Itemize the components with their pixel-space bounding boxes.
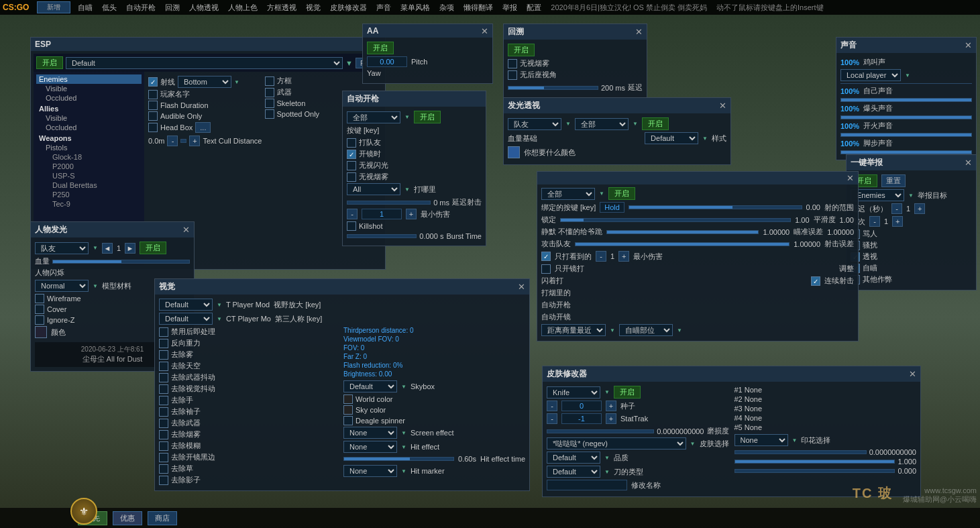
menu-char-esp[interactable]: 人物透视	[187, 3, 221, 13]
charglow-team-select[interactable]: 队友	[35, 242, 89, 254]
skin-knife-type-select[interactable]: Default	[547, 466, 600, 478]
charglow-minus[interactable]: ◄	[102, 243, 113, 254]
af-dmg-plus[interactable]: +	[406, 209, 417, 219]
discount-btn[interactable]: 优惠	[113, 511, 142, 525]
huisu-toggle[interactable]: 开启	[508, 44, 535, 56]
cull-slider[interactable]	[180, 139, 186, 143]
no-grass-chk[interactable]	[159, 464, 168, 474]
vision-default-ct-select[interactable]: Default	[159, 313, 213, 325]
skin-val2-slider[interactable]	[734, 460, 895, 464]
aim-silent-slider[interactable]	[606, 230, 759, 234]
sound-vol2-slider[interactable]	[840, 98, 972, 102]
aim-continuous-chk[interactable]	[811, 276, 820, 286]
menu-lazy[interactable]: 懒得翻译	[461, 3, 495, 13]
sound-player-select[interactable]: Local player	[840, 69, 901, 81]
charglow-hp-slider[interactable]	[52, 260, 190, 264]
huisu-delay-slider[interactable]	[508, 86, 598, 90]
report-close[interactable]: ✕	[965, 158, 972, 167]
tree-enemies-visible[interactable]: Visible	[36, 84, 142, 93]
menu-misc[interactable]: 杂项	[437, 3, 456, 13]
report-reset[interactable]: 重置	[881, 174, 906, 187]
cull-minus[interactable]: -	[167, 136, 178, 146]
aa-close[interactable]: ✕	[481, 27, 488, 36]
skin-toggle[interactable]: 开启	[614, 386, 641, 399]
tree-glock18[interactable]: Glock-18	[36, 152, 142, 162]
aim-scoped-chk[interactable]	[541, 264, 551, 274]
aa-pitch-input[interactable]	[367, 56, 407, 67]
autofire-all-select[interactable]: 全部	[347, 111, 400, 123]
sound-close[interactable]: ✕	[965, 41, 972, 50]
esp-panel-header[interactable]: ESP ✕	[31, 38, 385, 51]
tree-enemies-occluded[interactable]: Occluded	[36, 93, 142, 103]
glow-team-select[interactable]: 队友	[508, 118, 561, 130]
report-times-minus[interactable]: -	[869, 216, 880, 227]
menu-ditou[interactable]: 低头	[100, 3, 119, 13]
no-sleeve-chk[interactable]	[159, 407, 168, 417]
hit-ally-chk[interactable]	[347, 138, 356, 148]
menu-huisu[interactable]: 回溯	[163, 3, 182, 13]
headbox-extra-btn[interactable]: ...	[195, 122, 211, 133]
tree-pistols[interactable]: Pistols	[36, 143, 142, 152]
tree-allies-occluded[interactable]: Occluded	[36, 123, 142, 132]
glow-all-select[interactable]: 全部	[575, 118, 629, 130]
skin-sticker-float-slider[interactable]	[734, 450, 867, 454]
disable-post-chk[interactable]	[159, 327, 168, 337]
sound-header[interactable]: 声音 ✕	[836, 38, 976, 53]
aim-attack-ally-slider[interactable]	[575, 242, 790, 246]
menu-box-esp[interactable]: 方框透视	[265, 3, 298, 13]
tree-p2000[interactable]: P2000	[36, 162, 142, 171]
autofire-toggle[interactable]: 开启	[414, 111, 441, 123]
vision-close[interactable]: ✕	[518, 282, 525, 291]
aim-lock-slider[interactable]	[560, 218, 791, 222]
headbox-chk[interactable]	[148, 123, 158, 132]
skin-close[interactable]: ✕	[909, 370, 916, 378]
no-blur-chk[interactable]	[159, 441, 168, 451]
aa-header[interactable]: AA ✕	[363, 24, 492, 38]
reverse-gravity-chk[interactable]	[159, 339, 168, 348]
skin-seed-input[interactable]	[561, 401, 602, 411]
weapon-chk[interactable]	[265, 88, 274, 97]
no-weapon-chk[interactable]	[159, 419, 168, 428]
aim-bind-slider[interactable]	[629, 205, 802, 209]
autofire-burst-slider[interactable]	[347, 234, 417, 238]
report-enemies-select[interactable]: Enemies	[851, 189, 904, 201]
tree-tec9[interactable]: Tec-9	[36, 199, 142, 209]
menu-vision[interactable]: 视觉	[304, 3, 323, 13]
flash-dur-chk[interactable]	[148, 101, 158, 110]
glow-header[interactable]: 发光透视 ✕	[504, 98, 730, 113]
af-dmg-input[interactable]	[362, 209, 402, 219]
glow-close[interactable]: ✕	[719, 101, 726, 110]
no-back-view-chk[interactable]	[508, 70, 517, 80]
glow-color-chk[interactable]	[508, 146, 520, 158]
skin-stattrak-input[interactable]	[561, 413, 602, 424]
skin-seed-minus[interactable]: -	[547, 401, 557, 411]
spotted-chk[interactable]	[265, 109, 274, 119]
skin-header[interactable]: 皮肤修改器 ✕	[543, 366, 920, 382]
esp-toggle-btn[interactable]: 开启	[36, 56, 63, 69]
killshot-chk[interactable]	[347, 221, 356, 231]
skin-weapon-select[interactable]: *哒哒哒* (negev)	[547, 437, 686, 450]
skin-stattrak-plus[interactable]: +	[606, 413, 616, 424]
aim-visible-minus[interactable]: -	[596, 251, 606, 262]
wireframe-chk[interactable]	[35, 294, 44, 303]
menu-sound[interactable]: 声音	[374, 3, 393, 13]
ignorez-chk[interactable]	[35, 315, 44, 325]
shotline-chk[interactable]	[148, 77, 158, 87]
sound-vol3-slider[interactable]	[840, 115, 972, 119]
aim-bind-mode[interactable]: Hold	[600, 202, 624, 213]
huisu-header[interactable]: 回溯 ✕	[504, 24, 647, 40]
skin-stattrak-minus[interactable]: -	[547, 413, 557, 424]
skin-rename-input[interactable]	[547, 480, 627, 490]
no-smoke-chk[interactable]	[508, 59, 517, 68]
skin-knife-select[interactable]: Knife	[547, 386, 600, 399]
aim-visible-plus[interactable]: +	[618, 251, 629, 262]
vision-skybox-select[interactable]: Default	[343, 380, 397, 392]
deagle-spinner-chk[interactable]	[343, 416, 353, 425]
box-chk[interactable]	[265, 76, 274, 86]
aa-toggle[interactable]: 开启	[367, 42, 394, 54]
cull-plus[interactable]: +	[189, 136, 200, 146]
menu-report[interactable]: 举报	[500, 3, 519, 13]
charglow-normal-select[interactable]: Normal	[35, 280, 89, 292]
autofire-all2-select[interactable]: All	[347, 183, 400, 195]
no-shadow-chk[interactable]	[159, 476, 168, 485]
